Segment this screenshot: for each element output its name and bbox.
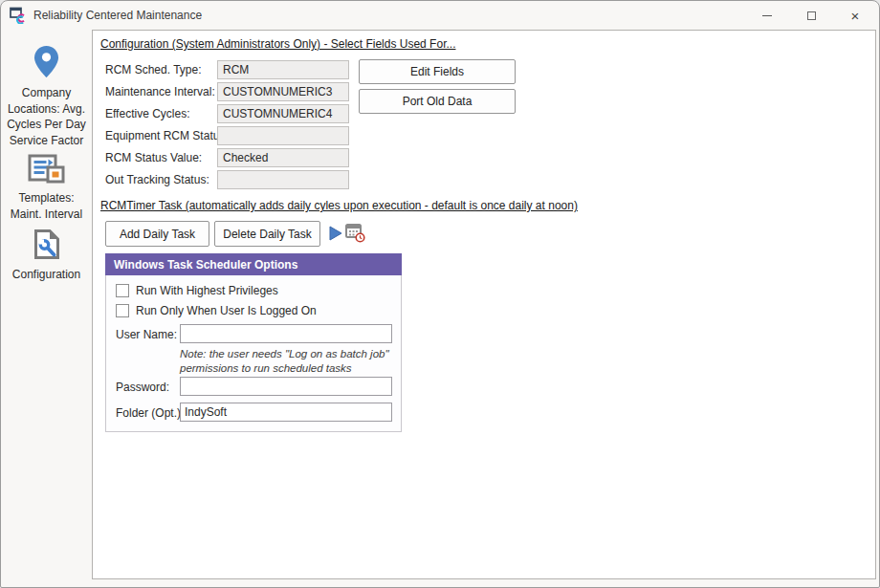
templates-icon	[28, 154, 66, 187]
scheduler-panel-title: Windows Task Scheduler Options	[105, 253, 402, 275]
configuration-icon	[33, 229, 60, 264]
sidebar-item-templates[interactable]: Templates: Maint. Interval	[1, 154, 92, 222]
effective-cycles-field[interactable]	[217, 104, 349, 123]
batch-job-note: Note: the user needs "Log on as batch jo…	[180, 347, 409, 376]
rcm-status-value-label: RCM Status Value:	[105, 151, 202, 164]
rcm-status-value-field[interactable]	[217, 148, 349, 167]
config-section-header-link[interactable]: Configuration (System Administrators Onl…	[100, 37, 455, 51]
sidebar-item-label: Templates: Maint. Interval	[1, 190, 92, 222]
minimize-icon	[762, 15, 772, 16]
password-label: Password:	[116, 381, 169, 394]
windows-task-scheduler-panel: Windows Task Scheduler Options Run With …	[105, 253, 402, 432]
out-tracking-status-label: Out Tracking Status:	[105, 173, 209, 186]
port-old-data-button[interactable]: Port Old Data	[359, 89, 516, 114]
sidebar-item-label: Company Locations: Avg. Cycles Per Day S…	[1, 85, 92, 148]
window-controls: ×	[745, 1, 877, 30]
run-highest-privileges-label[interactable]: Run With Highest Privileges	[136, 284, 278, 297]
sidebar-item-configuration[interactable]: Configuration	[1, 229, 92, 283]
rcm-sched-type-label: RCM Sched. Type:	[105, 63, 202, 76]
indysoft-app-icon	[10, 7, 26, 24]
maintenance-interval-label: Maintenance Interval:	[105, 85, 215, 98]
maintenance-interval-field[interactable]	[217, 82, 349, 101]
add-daily-task-button[interactable]: Add Daily Task	[105, 221, 209, 247]
play-icon[interactable]	[329, 226, 342, 245]
sidebar-item-label: Configuration	[1, 267, 92, 283]
run-highest-privileges-checkbox[interactable]	[116, 284, 129, 297]
delete-daily-task-button[interactable]: Delete Daily Task	[214, 221, 320, 247]
maximize-button[interactable]	[789, 1, 833, 30]
run-only-logged-on-label[interactable]: Run Only When User Is Logged On	[136, 304, 317, 317]
effective-cycles-label: Effective Cycles:	[105, 107, 189, 120]
sidebar-item-company-locations[interactable]: Company Locations: Avg. Cycles Per Day S…	[1, 45, 92, 148]
user-name-label: User Name:	[116, 328, 177, 341]
main-content-panel: Configuration (System Administrators Onl…	[92, 30, 876, 579]
close-button[interactable]: ×	[833, 1, 877, 30]
run-only-logged-on-checkbox[interactable]	[116, 304, 129, 317]
equipment-rcm-status-field[interactable]	[217, 126, 349, 145]
maximize-icon	[807, 11, 816, 20]
minimize-button[interactable]	[745, 1, 789, 30]
rcmtimer-section-header-link[interactable]: RCMTimer Task (automatically adds daily …	[100, 199, 578, 212]
out-tracking-status-field[interactable]	[217, 170, 349, 189]
user-name-input[interactable]	[180, 324, 392, 343]
title-bar: Reliability Centered Maintenance ×	[1, 1, 879, 30]
equipment-rcm-status-label: Equipment RCM Status	[105, 129, 225, 142]
task-scheduler-calendar-icon[interactable]	[345, 223, 365, 247]
edit-fields-button[interactable]: Edit Fields	[359, 59, 516, 84]
close-icon: ×	[851, 9, 860, 23]
app-window: Reliability Centered Maintenance × Compa…	[0, 0, 880, 588]
password-input[interactable]	[180, 377, 392, 396]
window-title: Reliability Centered Maintenance	[33, 9, 202, 22]
rcm-sched-type-field[interactable]	[217, 60, 349, 79]
folder-label: Folder (Opt.):	[116, 406, 184, 420]
folder-input[interactable]	[180, 403, 392, 422]
location-pin-icon	[33, 45, 59, 82]
